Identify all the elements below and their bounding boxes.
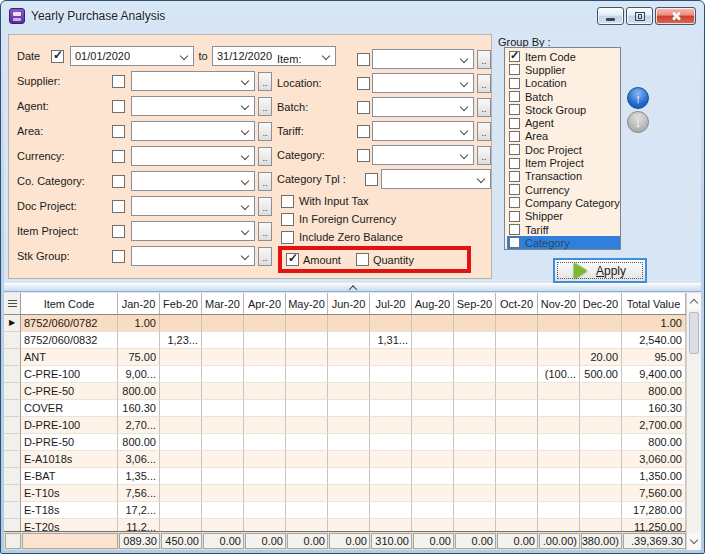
row-selector-cell[interactable] xyxy=(4,366,21,383)
group-by-item[interactable]: Supplier xyxy=(507,63,620,76)
filter-checkbox[interactable] xyxy=(357,77,370,90)
filter-combobox[interactable] xyxy=(131,121,255,141)
filter-checkbox[interactable] xyxy=(357,149,370,162)
browse-button[interactable]: .. xyxy=(477,122,491,141)
row-selector-cell[interactable] xyxy=(4,332,21,349)
browse-button[interactable]: .. xyxy=(258,122,272,141)
filter-combobox[interactable] xyxy=(372,73,474,93)
option-checkbox[interactable] xyxy=(281,195,294,208)
group-by-item[interactable]: Category xyxy=(507,236,620,249)
filter-combobox[interactable] xyxy=(131,96,255,116)
table-row[interactable]: E-T10s 7,56...7,560.00 xyxy=(4,485,686,502)
group-by-checkbox[interactable] xyxy=(509,144,520,155)
group-by-checkbox[interactable] xyxy=(509,237,520,248)
group-by-item[interactable]: Batch xyxy=(507,90,620,103)
row-selector-cell[interactable] xyxy=(4,485,21,502)
filter-combobox[interactable] xyxy=(131,246,255,266)
filter-combobox[interactable] xyxy=(372,121,474,141)
group-by-item[interactable]: Transaction xyxy=(507,170,620,183)
filter-combobox[interactable] xyxy=(131,171,255,191)
browse-button[interactable]: .. xyxy=(258,222,272,241)
browse-button[interactable]: .. xyxy=(477,146,491,165)
title-bar[interactable]: Yearly Purchase Analysis xyxy=(1,1,704,30)
metric-checkbox[interactable] xyxy=(286,253,299,266)
row-selector-cell[interactable]: ▶ xyxy=(4,315,21,332)
row-selector-cell[interactable] xyxy=(4,519,21,531)
table-row[interactable]: E-T18s 17,2...17,280.00 xyxy=(4,502,686,519)
group-by-item[interactable]: Currency xyxy=(507,183,620,196)
option-row[interactable]: In Foreign Currency xyxy=(281,210,403,228)
browse-button[interactable]: .. xyxy=(258,172,272,191)
browse-button[interactable]: .. xyxy=(477,74,491,93)
table-row[interactable]: D-PRE-100 2,70...2,700.00 xyxy=(4,417,686,434)
group-by-checkbox[interactable] xyxy=(509,51,520,62)
browse-button[interactable]: .. xyxy=(258,147,272,166)
group-by-checkbox[interactable] xyxy=(509,158,520,169)
table-row[interactable]: 8752/060/0832 1,23...1,31...2,540.00 xyxy=(4,332,686,349)
filter-checkbox[interactable] xyxy=(112,75,125,88)
filter-checkbox[interactable] xyxy=(357,53,370,66)
group-by-checkbox[interactable] xyxy=(509,184,520,195)
filter-combobox[interactable] xyxy=(372,97,474,117)
option-checkbox[interactable] xyxy=(281,213,294,226)
row-selector-cell[interactable] xyxy=(4,468,21,485)
group-by-item[interactable]: Stock Group xyxy=(507,103,620,116)
row-selector-cell[interactable] xyxy=(4,400,21,417)
group-by-checkbox[interactable] xyxy=(509,197,520,208)
group-by-item[interactable]: Area xyxy=(507,130,620,143)
group-by-item[interactable]: Agent xyxy=(507,116,620,129)
group-by-checkbox[interactable] xyxy=(509,211,520,222)
filter-checkbox[interactable] xyxy=(112,200,125,213)
row-selector-cell[interactable] xyxy=(4,349,21,366)
date-checkbox[interactable] xyxy=(51,50,64,63)
metric-option[interactable]: Quantity xyxy=(356,253,414,266)
option-checkbox[interactable] xyxy=(281,231,294,244)
scroll-up-button[interactable] xyxy=(687,293,701,310)
filter-checkbox[interactable] xyxy=(357,101,370,114)
table-row[interactable]: D-PRE-50 800.00800.00 xyxy=(4,434,686,451)
browse-button[interactable]: .. xyxy=(258,197,272,216)
group-by-item[interactable]: Item Code xyxy=(507,50,620,63)
group-by-item[interactable]: Location xyxy=(507,77,620,90)
group-by-checkbox[interactable] xyxy=(509,131,520,142)
filter-checkbox[interactable] xyxy=(112,225,125,238)
vertical-scrollbar[interactable] xyxy=(686,293,701,550)
group-by-checkbox[interactable] xyxy=(509,104,520,115)
filter-checkbox[interactable] xyxy=(112,175,125,188)
filter-combobox[interactable] xyxy=(372,145,474,165)
filter-combobox[interactable] xyxy=(131,71,255,91)
browse-button[interactable]: .. xyxy=(258,97,272,116)
category-tpl-combobox[interactable] xyxy=(381,169,491,189)
filter-combobox[interactable] xyxy=(131,146,255,166)
move-down-button[interactable]: ↓ xyxy=(627,111,649,133)
filter-checkbox[interactable] xyxy=(112,100,125,113)
group-by-checkbox[interactable] xyxy=(509,78,520,89)
row-selector-cell[interactable] xyxy=(4,417,21,434)
table-row[interactable]: E-T20s 11,2...11,250.00 xyxy=(4,519,686,531)
group-by-item[interactable]: Item Project xyxy=(507,156,620,169)
filter-checkbox[interactable] xyxy=(112,150,125,163)
table-row[interactable]: COVER 160.30160.30 xyxy=(4,400,686,417)
apply-button[interactable]: Apply xyxy=(553,258,647,283)
minimize-button[interactable] xyxy=(597,7,624,25)
group-by-checkbox[interactable] xyxy=(509,224,520,235)
table-row[interactable]: E-BAT 1,35...1,350.00 xyxy=(4,468,686,485)
browse-button[interactable]: .. xyxy=(258,247,272,266)
group-by-item[interactable]: Tariff xyxy=(507,223,620,236)
close-button[interactable] xyxy=(655,7,696,25)
table-row[interactable]: C-PRE-100 9,00...(100...500.009,400.00 xyxy=(4,366,686,383)
filter-checkbox[interactable] xyxy=(357,125,370,138)
row-selector-cell[interactable] xyxy=(4,434,21,451)
scroll-down-button[interactable] xyxy=(687,533,701,550)
option-row[interactable]: Include Zero Balance xyxy=(281,228,403,246)
table-row[interactable]: ANT 75.0020.0095.00 xyxy=(4,349,686,366)
date-from-combo[interactable]: 01/01/2020 xyxy=(70,46,194,66)
filter-combobox[interactable] xyxy=(131,196,255,216)
group-by-checkbox[interactable] xyxy=(509,64,520,75)
option-row[interactable]: With Input Tax xyxy=(281,192,403,210)
metric-option[interactable]: Amount xyxy=(286,253,341,266)
maximize-button[interactable] xyxy=(626,7,653,25)
filter-checkbox[interactable] xyxy=(112,125,125,138)
row-selector-cell[interactable] xyxy=(4,451,21,468)
group-by-checkbox[interactable] xyxy=(509,91,520,102)
